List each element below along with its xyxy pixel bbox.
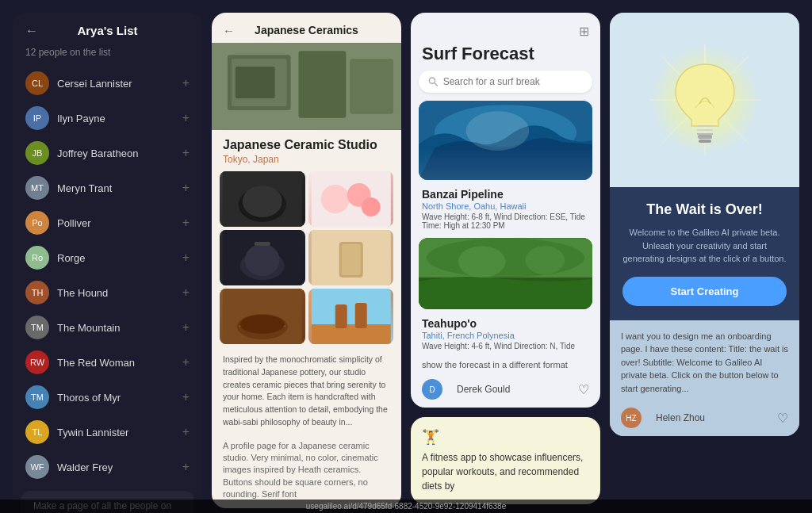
ceramics-hero-image [212, 43, 401, 130]
avatar: TM [25, 385, 49, 409]
svg-rect-26 [354, 303, 366, 328]
person-name: The Red Woman [57, 357, 182, 369]
ceramics-description: Inspired by the monochromatic simplicity… [212, 350, 401, 435]
svg-point-22 [240, 315, 285, 334]
aryaslist-title: Arya's List [77, 24, 137, 37]
avatar: Ro [25, 246, 49, 270]
galileo-user-row: HZ Helen Zhou ♡ [610, 404, 799, 436]
list-item: TH The Hound + [21, 275, 194, 310]
surf-title: Surf Forecast [411, 44, 600, 71]
svg-rect-4 [299, 51, 347, 118]
add-button[interactable]: + [182, 460, 190, 474]
hero-svg [212, 43, 401, 130]
person-name: Walder Frey [57, 461, 182, 473]
fitness-card: 🏋️ A fitness app to showcase influencers… [411, 417, 600, 504]
add-button[interactable]: + [182, 425, 190, 439]
add-button[interactable]: + [182, 251, 190, 265]
add-button[interactable]: + [182, 285, 190, 300]
back-button[interactable]: ← [25, 24, 38, 38]
username: Derek Gould [457, 384, 510, 395]
ceramics-grid [212, 171, 401, 350]
ceramics-image-5 [220, 289, 305, 344]
banzai-pipeline-image [419, 101, 592, 180]
spot-location-1: North Shore, Oahu, Hawaii [422, 201, 589, 211]
ceramics-header: ← Japanese Ceramics [212, 13, 401, 43]
dumbbell-icon: 🏋️ [422, 428, 589, 446]
add-button[interactable]: + [182, 320, 190, 335]
person-name: Joffrey Baratheon [57, 147, 182, 159]
list-item: Ro Rorge + [21, 240, 194, 275]
svg-rect-3 [236, 67, 275, 98]
svg-rect-5 [350, 59, 393, 114]
surf-user-row: D Derek Gould ♡ [411, 376, 600, 408]
list-item: WF Walder Frey + [21, 450, 194, 484]
wave-overlay [419, 148, 592, 180]
person-name: Ilyn Payne [57, 113, 182, 124]
aryaslist-header: ← Arya's List [13, 13, 202, 44]
heart-icon[interactable]: ♡ [578, 382, 589, 397]
spot-info-2: Wave Height: 4-6 ft, Wind Direction: N, … [422, 342, 589, 350]
avatar: JB [25, 141, 49, 165]
add-button[interactable]: + [182, 216, 190, 230]
svg-point-43 [458, 246, 506, 278]
svg-rect-57 [699, 140, 711, 143]
add-button[interactable]: + [182, 76, 190, 90]
person-name: Thoros of Myr [57, 392, 182, 404]
svg-point-38 [466, 111, 530, 151]
lightbulb-svg [669, 56, 741, 144]
svg-point-8 [243, 186, 282, 217]
list-item: Po Polliver + [21, 205, 194, 240]
add-button[interactable]: + [182, 390, 190, 404]
aryaslist-subtitle: 12 people on the list [13, 44, 202, 66]
person-name: The Mountain [57, 322, 182, 334]
ceramics-prompt: A profile page for a Japanese ceramic st… [212, 435, 401, 509]
username: Helen Zhou [656, 412, 705, 423]
teahupoo-info: Teahupo'o Tahiti, French Polynesia Wave … [411, 312, 600, 352]
add-button[interactable]: + [182, 146, 190, 160]
person-name: Meryn Trant [57, 182, 182, 194]
filter-icon[interactable]: ⊞ [579, 24, 589, 39]
list-item: CL Cersei Lannister + [21, 66, 194, 101]
add-button[interactable]: + [182, 111, 190, 125]
list-item: MT Meryn Trant + [21, 170, 194, 205]
add-button[interactable]: + [182, 181, 190, 195]
surf-footer: show the forecast in a different format [411, 352, 600, 376]
column-1: ← Arya's List 12 people on the list CL C… [13, 13, 202, 513]
surf-prompt: show the forecast in a different format [422, 360, 568, 369]
avatar: TH [25, 281, 49, 304]
avatar: CL [25, 71, 49, 95]
person-name: Polliver [57, 217, 182, 229]
avatar: IP [25, 106, 49, 130]
surf-search-bar[interactable] [419, 71, 592, 93]
back-button[interactable]: ← [223, 24, 235, 37]
list-item: TM Thoros of Myr + [21, 380, 194, 415]
column-2: ← Japanese Ceramics Japanese Ceramic Stu… [212, 13, 401, 513]
add-button[interactable]: + [182, 355, 190, 369]
avatar: TM [25, 316, 49, 339]
ceramics-image-3 [220, 230, 305, 285]
surf-forecast-card: ← ⊞ Surf Forecast [411, 13, 600, 408]
ceramics-location: Tokyo, Japan [212, 154, 401, 171]
galileo-description: Welcome to the Galileo AI private beta. … [622, 226, 787, 266]
surf-header: ← ⊞ [411, 13, 600, 44]
user-avatar: D [422, 379, 442, 400]
galileo-hero [610, 13, 799, 187]
spot-name-2: Teahupo'o [422, 317, 589, 330]
surf-user-info: D Derek Gould [422, 379, 510, 400]
avatar: RW [25, 350, 49, 374]
svg-rect-16 [255, 242, 270, 246]
avatar: TL [25, 420, 49, 444]
svg-point-44 [525, 246, 565, 274]
svg-rect-24 [311, 324, 390, 344]
avatar: Po [25, 211, 49, 235]
svg-point-10 [320, 185, 349, 213]
aryaslist-items: CL Cersei Lannister + IP Ilyn Payne + JB… [13, 66, 202, 484]
search-input[interactable] [443, 76, 583, 87]
svg-rect-56 [698, 135, 712, 139]
person-name: Tywin Lannister [57, 427, 182, 438]
aryaslist-card: ← Arya's List 12 people on the list CL C… [13, 13, 202, 513]
heart-icon[interactable]: ♡ [777, 411, 788, 426]
galileo-prompt: I want you to design me an onboarding pa… [610, 320, 799, 405]
start-creating-button[interactable]: Start Creating [622, 277, 787, 306]
avatar: MT [25, 176, 49, 200]
